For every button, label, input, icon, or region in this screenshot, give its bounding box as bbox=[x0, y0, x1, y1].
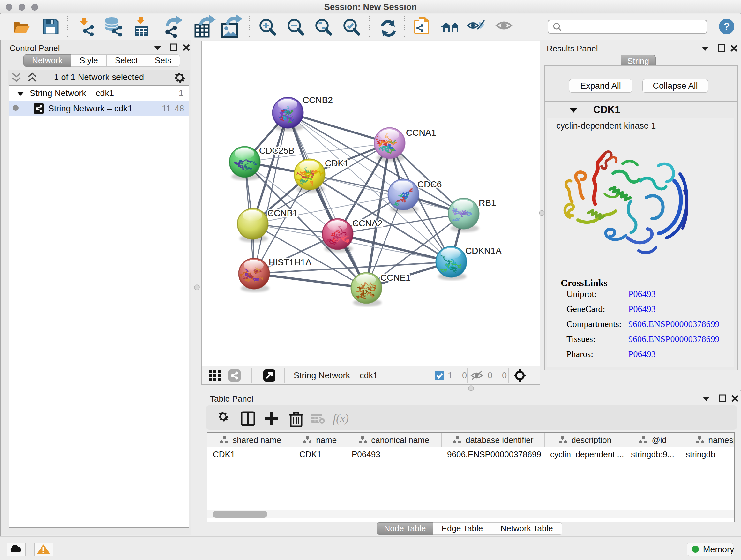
svg-text:f(x): f(x) bbox=[333, 412, 349, 425]
svg-text:CDC25B: CDC25B bbox=[259, 145, 294, 155]
svg-text:CDKN1A: CDKN1A bbox=[465, 246, 502, 256]
svg-text:?: ? bbox=[724, 21, 730, 32]
svg-text:CDK1: CDK1 bbox=[325, 159, 349, 168]
svg-text:CDC6: CDC6 bbox=[417, 179, 442, 189]
svg-text:CCNB2: CCNB2 bbox=[302, 95, 333, 105]
svg-text:String Network – cdk1: String Network – cdk1 bbox=[293, 371, 378, 380]
svg-text:1 – 0: 1 – 0 bbox=[448, 371, 467, 380]
svg-text:CCNB1: CCNB1 bbox=[267, 208, 298, 218]
svg-text:HIST1H1A: HIST1H1A bbox=[269, 257, 312, 267]
svg-text:CCNA1: CCNA1 bbox=[406, 128, 436, 138]
svg-text:CCNE1: CCNE1 bbox=[381, 273, 411, 283]
svg-text:CCNA2: CCNA2 bbox=[352, 219, 383, 228]
svg-text:RB1: RB1 bbox=[479, 198, 496, 208]
svg-text:0 – 0: 0 – 0 bbox=[488, 371, 507, 380]
